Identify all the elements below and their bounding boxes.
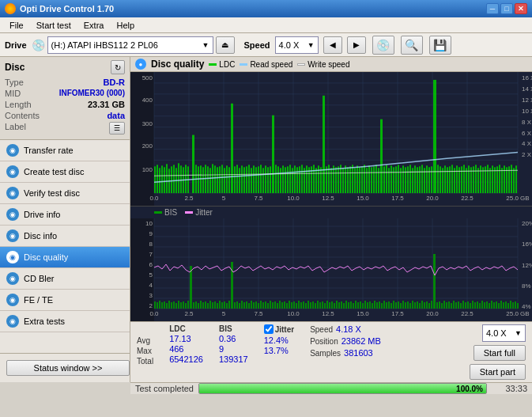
legend-ldc-color [209, 63, 217, 66]
svg-rect-293 [270, 301, 271, 309]
sidebar-item-verify-test-disc[interactable]: ◉ Verify test disc [0, 183, 130, 204]
eject-button[interactable]: ⏏ [216, 36, 235, 54]
svg-rect-299 [284, 301, 285, 309]
svg-rect-334 [367, 302, 368, 309]
svg-rect-185 [487, 165, 489, 193]
svg-rect-137 [371, 167, 372, 193]
save-icon-button[interactable]: 💾 [429, 36, 451, 55]
bis-jitter-legend: BIS Jitter [130, 207, 532, 218]
drive-select[interactable]: (H:) ATAPI iHBS112 2 PL06 ▼ [47, 36, 213, 54]
sidebar-item-extra-tests[interactable]: ◉ Extra tests [0, 311, 130, 332]
bottom-chart-svg: 10 9 8 7 6 5 4 3 2 20% 16% 12% 8% 4% 0.0… [130, 218, 532, 321]
main-layout: Disc ↻ Type BD-R MID INFOMER30 (000) Len… [0, 57, 532, 382]
svg-rect-359 [426, 301, 428, 309]
svg-rect-179 [473, 166, 474, 193]
svg-text:4%: 4% [522, 303, 531, 310]
speed-select[interactable]: 4.0 X ▼ [275, 36, 319, 54]
app-icon [5, 3, 16, 14]
svg-text:7.5: 7.5 [254, 195, 263, 202]
svg-rect-321 [336, 301, 338, 309]
menu-file[interactable]: File [3, 19, 30, 32]
sidebar-item-create-test-disc[interactable]: ◉ Create test disc [0, 161, 130, 183]
svg-text:17.5: 17.5 [391, 195, 404, 202]
minimize-button[interactable]: ─ [486, 3, 499, 14]
svg-rect-326 [348, 302, 349, 309]
svg-rect-335 [369, 301, 371, 309]
status-window-button[interactable]: Status window >> [6, 360, 130, 376]
speed-row: Speed 4.18 X [310, 324, 381, 334]
svg-rect-329 [355, 301, 357, 309]
sidebar-item-cd-bler[interactable]: ◉ CD Bler [0, 268, 130, 290]
svg-rect-78 [228, 167, 230, 193]
menu-help[interactable]: Help [110, 19, 141, 32]
svg-rect-394 [510, 301, 511, 309]
svg-rect-352 [409, 303, 411, 309]
disc-label-button[interactable]: ☰ [109, 122, 125, 135]
svg-rect-361 [431, 301, 432, 309]
close-button[interactable]: ✕ [515, 3, 527, 14]
svg-rect-48 [154, 166, 156, 193]
svg-rect-148 [398, 165, 399, 193]
svg-text:14 X: 14 X [522, 85, 532, 93]
max-bis: 9 [219, 344, 248, 354]
avg-bis: 0.36 [219, 334, 248, 343]
sidebar-item-disc-quality[interactable]: ◉ Disc quality [0, 247, 130, 268]
svg-text:20%: 20% [522, 220, 532, 227]
svg-rect-295 [274, 301, 276, 309]
svg-rect-94 [267, 167, 269, 193]
disc-icon-button[interactable]: 💿 [372, 36, 394, 55]
create-test-disc-icon: ◉ [6, 165, 19, 178]
disc-length-row: Length 23.31 GB [5, 100, 125, 109]
svg-text:8%: 8% [522, 282, 531, 290]
speed-select-dropdown[interactable]: 4.0 X ▼ [482, 324, 526, 342]
legend-bis: BIS [154, 208, 177, 217]
stats-labels-col: Avg Max Total [137, 324, 153, 366]
menu-extra[interactable]: Extra [77, 19, 111, 32]
maximize-button[interactable]: □ [500, 3, 513, 14]
svg-rect-283 [246, 301, 247, 309]
svg-text:6 X: 6 X [522, 130, 532, 137]
svg-rect-357 [421, 301, 423, 309]
next-speed-button[interactable]: ▶ [347, 36, 366, 54]
disc-refresh-button[interactable]: ↻ [111, 60, 125, 74]
svg-rect-50 [159, 168, 160, 193]
prev-speed-button[interactable]: ◀ [323, 36, 342, 54]
disc-panel: Disc ↻ Type BD-R MID INFOMER30 (000) Len… [0, 57, 130, 140]
sidebar-item-drive-info[interactable]: ◉ Drive info [0, 204, 130, 226]
svg-rect-363 [436, 302, 438, 309]
svg-rect-374 [462, 301, 464, 309]
svg-rect-393 [507, 303, 509, 309]
jitter-checkbox[interactable] [264, 324, 274, 334]
svg-rect-172 [456, 165, 458, 193]
svg-rect-331 [360, 301, 361, 309]
svg-rect-378 [472, 301, 474, 309]
start-full-button[interactable]: Start full [474, 345, 526, 361]
drive-dropdown-arrow: ▼ [202, 41, 209, 49]
svg-rect-108 [301, 165, 303, 193]
svg-rect-187 [492, 165, 493, 193]
svg-text:4: 4 [149, 282, 153, 289]
bis-col-header: BIS [219, 324, 248, 333]
svg-rect-102 [287, 166, 289, 193]
start-part-button[interactable]: Start part [470, 364, 526, 380]
max-jitter: 13.7% [264, 346, 294, 355]
svg-rect-98 [277, 166, 279, 193]
scan-icon-button[interactable]: 🔍 [401, 36, 423, 55]
speed-dropdown-arrow: ▼ [308, 41, 315, 49]
svg-rect-303 [293, 301, 295, 309]
bottom-chart-area: BIS Jitter [130, 207, 532, 321]
menu-start-test[interactable]: Start test [30, 19, 77, 32]
svg-rect-95 [270, 166, 271, 193]
sidebar-item-fe-te[interactable]: ◉ FE / TE [0, 290, 130, 311]
disc-type-row: Type BD-R [5, 78, 125, 87]
svg-rect-110 [306, 165, 308, 193]
svg-rect-263 [198, 303, 199, 309]
svg-rect-113 [313, 165, 315, 193]
svg-rect-273 [221, 302, 223, 309]
svg-rect-163 [433, 80, 436, 193]
sidebar-item-transfer-rate[interactable]: ◉ Transfer rate [0, 140, 130, 161]
svg-rect-271 [217, 303, 218, 309]
svg-rect-125 [342, 168, 344, 193]
svg-rect-289 [260, 301, 262, 309]
sidebar-item-disc-info[interactable]: ◉ Disc info [0, 226, 130, 247]
